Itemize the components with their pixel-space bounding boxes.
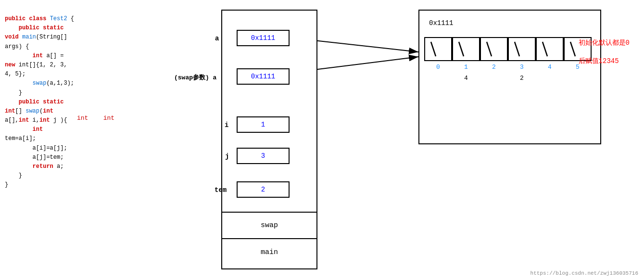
var-row-i: i 1 xyxy=(237,116,290,133)
j-label: j xyxy=(225,153,229,160)
array-value-3: 2 xyxy=(509,75,535,82)
watermark: https://blog.csdn.net/zwj136035716 xyxy=(530,270,638,276)
var-row-j: j 3 xyxy=(237,148,290,164)
int-text-1: int xyxy=(77,115,88,122)
array-cells-row: 0 1 4 2 3 2 xyxy=(424,37,592,61)
array-cell-4: 4 xyxy=(536,37,564,61)
array-container: 0x1111 0 1 4 2 xyxy=(418,10,601,144)
svg-line-6 xyxy=(515,42,519,56)
array-index-2: 2 xyxy=(481,64,507,71)
a-swap-value: 0x1111 xyxy=(251,73,275,80)
code-panel: public class Test2 { public static void … xyxy=(5,14,139,190)
a-main-value: 0x1111 xyxy=(251,34,275,42)
svg-line-5 xyxy=(487,42,492,56)
i-value: 1 xyxy=(261,121,265,128)
int-annotation-row: int int xyxy=(77,115,114,122)
tem-box: 2 xyxy=(237,181,290,198)
var-row-a-swap: (swap参数) a 0x1111 xyxy=(237,68,290,85)
array-cell-1: 1 4 xyxy=(452,37,480,61)
a-swap-box: 0x1111 xyxy=(237,68,290,85)
array-value-1: 4 xyxy=(453,75,479,82)
j-box: 3 xyxy=(237,148,290,164)
svg-line-7 xyxy=(543,42,547,56)
svg-line-8 xyxy=(570,42,575,56)
a-swap-label: (swap参数) a xyxy=(174,73,216,82)
a-main-label: a xyxy=(215,35,219,42)
array-index-1: 1 xyxy=(453,64,479,71)
array-index-3: 3 xyxy=(509,64,535,71)
array-cell-3: 3 2 xyxy=(508,37,536,61)
tem-value: 2 xyxy=(261,186,265,193)
note-line-2: 后赋值12345 xyxy=(579,57,630,65)
i-box: 1 xyxy=(237,116,290,133)
svg-line-3 xyxy=(431,42,436,56)
a-main-box: 0x1111 xyxy=(237,30,290,46)
var-row-tem: tem 2 xyxy=(237,181,290,198)
note-line-1: 初始化默认都是0 xyxy=(579,38,630,47)
array-index-0: 0 xyxy=(425,64,451,71)
array-cell-0: 0 xyxy=(424,37,452,61)
array-address-label: 0x1111 xyxy=(429,19,453,27)
swap-section-label: swap xyxy=(222,213,316,239)
stack-container: a 0x1111 (swap参数) a 0x1111 i 1 j 3 xyxy=(221,10,317,269)
var-row-a-main: a 0x1111 xyxy=(237,30,290,46)
tem-label: tem xyxy=(215,186,227,194)
j-value: 3 xyxy=(261,152,265,160)
note-panel: 初始化默认都是0 后赋值12345 xyxy=(579,38,630,75)
int-text-2: int xyxy=(103,115,114,122)
main-section-label: main xyxy=(222,239,316,266)
array-cell-2: 2 xyxy=(480,37,508,61)
svg-line-4 xyxy=(459,42,464,56)
array-index-4: 4 xyxy=(537,64,563,71)
stack-upper-section: a 0x1111 (swap参数) a 0x1111 i 1 j 3 xyxy=(222,11,316,213)
i-label: i xyxy=(225,121,228,129)
